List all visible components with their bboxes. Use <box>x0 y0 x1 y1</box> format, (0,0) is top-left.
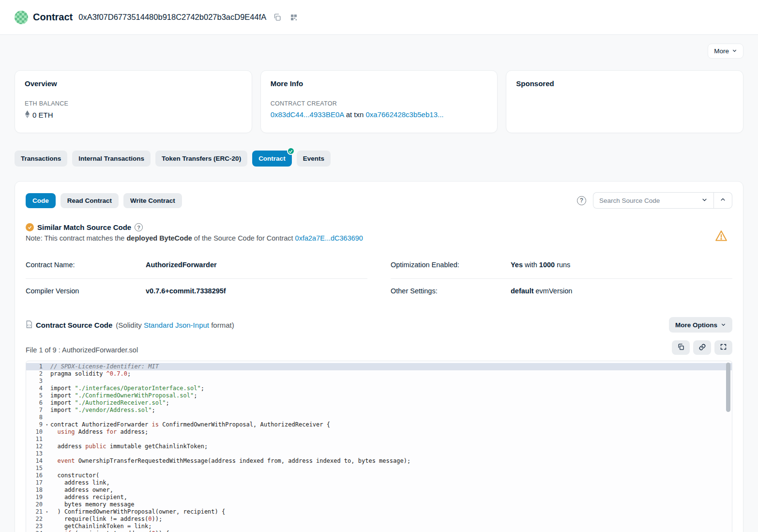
tab-contract[interactable]: Contract <box>252 151 292 167</box>
toolbar-row: More <box>15 44 743 59</box>
line-number[interactable]: 4 <box>26 385 44 392</box>
fold-spacer <box>44 399 50 407</box>
search-next-button[interactable] <box>696 192 714 209</box>
match-note-prefix: Note: This contract matches the <box>26 234 126 242</box>
fold-spacer <box>44 392 50 399</box>
code-line: 5import "./ConfirmedOwnerWithProposal.so… <box>26 392 732 399</box>
qr-code-button[interactable] <box>288 12 300 23</box>
tab-transactions[interactable]: Transactions <box>15 151 67 167</box>
line-number[interactable]: 14 <box>26 457 44 465</box>
help-icon[interactable]: ? <box>577 196 586 205</box>
optimization-yes: Yes <box>511 261 523 269</box>
line-number[interactable]: 21 <box>26 508 44 516</box>
link-icon <box>698 343 706 352</box>
subtab-code[interactable]: Code <box>26 193 56 208</box>
optimization-with: with <box>523 261 539 269</box>
line-number[interactable]: 8 <box>26 414 44 421</box>
similar-match-title: Similar Match Source Code <box>37 223 131 231</box>
code-text <box>50 450 732 457</box>
optimization-label: Optimization Enabled: <box>391 261 511 269</box>
copy-source-button[interactable] <box>672 340 690 355</box>
eth-balance-value: 0 ETH <box>32 111 53 119</box>
creator-address-link[interactable]: 0x83dC44...4933BE0A <box>271 110 344 119</box>
code-scrollbar-thumb[interactable] <box>726 363 730 412</box>
code-text: import "./AuthorizedReceiver.sol"; <box>50 399 732 407</box>
tab-token-transfers[interactable]: Token Transfers (ERC-20) <box>155 151 247 167</box>
tab-internal-transactions[interactable]: Internal Transactions <box>72 151 151 167</box>
address-tabs: Transactions Internal Transactions Token… <box>15 151 743 167</box>
line-number[interactable]: 5 <box>26 392 44 399</box>
source-code-editor[interactable]: 1// SPDX-License-Identifier: MIT2pragma … <box>26 361 732 532</box>
code-text: address public immutable getChainlinkTok… <box>50 443 732 450</box>
contract-creator-label: CONTRACT CREATOR <box>271 100 488 107</box>
optimization-runs-word: runs <box>555 261 570 269</box>
fold-spacer <box>44 494 50 501</box>
fold-toggle-icon[interactable]: ▾ <box>44 530 50 532</box>
similar-match-help-icon[interactable]: ? <box>135 223 143 231</box>
compiler-version-label: Compiler Version <box>26 287 146 295</box>
tab-events[interactable]: Events <box>297 151 331 167</box>
line-number[interactable]: 19 <box>26 494 44 501</box>
code-line: 17 address link, <box>26 479 732 486</box>
search-prev-button[interactable] <box>714 192 732 209</box>
subtab-write-contract[interactable]: Write Contract <box>123 193 182 208</box>
line-number[interactable]: 20 <box>26 501 44 508</box>
code-text: // SPDX-License-Identifier: MIT <box>50 363 732 370</box>
subtab-read-contract[interactable]: Read Contract <box>61 193 119 208</box>
code-line: 6import "./AuthorizedReceiver.sol"; <box>26 399 732 407</box>
line-number[interactable]: 15 <box>26 465 44 472</box>
expand-button[interactable] <box>714 340 732 355</box>
line-number[interactable]: 16 <box>26 472 44 479</box>
fold-toggle-icon[interactable]: ▾ <box>44 421 50 428</box>
fold-spacer <box>44 465 50 472</box>
line-number[interactable]: 13 <box>26 450 44 457</box>
contract-creator-line: 0x83dC44...4933BE0A at txn 0xa7662428c3b… <box>271 110 488 119</box>
line-number[interactable]: 2 <box>26 370 44 378</box>
line-number[interactable]: 9 <box>26 421 44 428</box>
fold-spacer <box>44 363 50 370</box>
code-line: 21▾ ) ConfirmedOwnerWithProposal(owner, … <box>26 508 732 516</box>
line-number[interactable]: 22 <box>26 516 44 523</box>
code-line: 20 bytes memory message <box>26 501 732 508</box>
code-text: require(link != address(0)); <box>50 516 732 523</box>
code-line: 4import "./interfaces/OperatorInterface.… <box>26 385 732 392</box>
more-button[interactable]: More <box>708 44 743 59</box>
line-number[interactable]: 1 <box>26 363 44 370</box>
line-number[interactable]: 23 <box>26 523 44 530</box>
summary-cards: Overview ETH BALANCE 0 ETH More Info CON… <box>15 70 743 133</box>
matched-contract-link[interactable]: 0xfa2a7E...dC363690 <box>295 234 363 242</box>
code-line: 15 <box>26 465 732 472</box>
warning-triangle-icon <box>715 230 728 243</box>
creation-txn-link[interactable]: 0xa7662428c3b5eb13... <box>366 110 444 119</box>
code-text <box>50 436 732 443</box>
line-number[interactable]: 11 <box>26 436 44 443</box>
line-number[interactable]: 10 <box>26 428 44 436</box>
code-line: 9▾contract AuthorizedForwarder is Confir… <box>26 421 732 428</box>
other-settings-default: default <box>511 287 534 295</box>
line-number[interactable]: 24 <box>26 530 44 532</box>
search-source-code-input[interactable] <box>593 192 696 209</box>
code-text: address owner, <box>50 486 732 494</box>
line-number[interactable]: 18 <box>26 486 44 494</box>
copy-address-button[interactable] <box>271 11 283 23</box>
contract-subtabs-row: Code Read Contract Write Contract ? <box>26 192 732 209</box>
more-options-button[interactable]: More Options <box>669 317 732 333</box>
code-line: 12 address public immutable getChainlink… <box>26 443 732 450</box>
fold-spacer <box>44 472 50 479</box>
more-options-label: More Options <box>675 321 717 329</box>
line-number[interactable]: 7 <box>26 407 44 414</box>
line-number[interactable]: 3 <box>26 378 44 385</box>
code-text: address recipient, <box>50 494 732 501</box>
line-number[interactable]: 6 <box>26 399 44 407</box>
source-format-text: (Solidity Standard Json-Input format) <box>116 321 234 329</box>
fold-toggle-icon[interactable]: ▾ <box>44 508 50 516</box>
compiler-version-value: v0.7.6+commit.7338295f <box>146 287 226 295</box>
line-number[interactable]: 12 <box>26 443 44 450</box>
permalink-button[interactable] <box>693 340 711 355</box>
line-number[interactable]: 17 <box>26 479 44 486</box>
contract-panel: Code Read Contract Write Contract ? <box>15 181 743 532</box>
search-area: ? <box>577 192 732 209</box>
fold-spacer <box>44 479 50 486</box>
standard-json-input-link[interactable]: Standard Json-Input <box>144 321 209 329</box>
match-note-mid: of the Source Code for Contract <box>192 234 295 242</box>
